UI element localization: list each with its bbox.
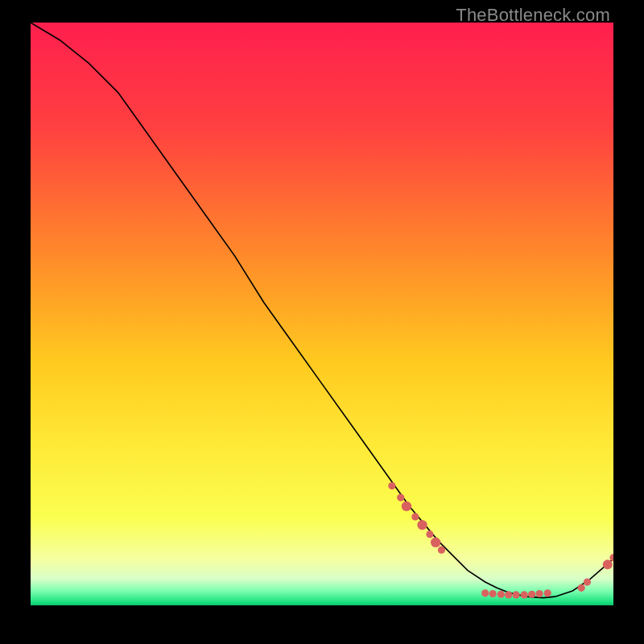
line-series-curve [31, 23, 613, 598]
marker-dot [402, 502, 411, 511]
marker-dot [426, 530, 433, 538]
chart-overlay [31, 23, 613, 605]
plot-area [31, 23, 613, 605]
marker-dot [512, 591, 519, 598]
marker-dot [388, 482, 395, 489]
marker-dot [584, 578, 591, 585]
marker-dot [505, 591, 512, 598]
marker-dot [603, 559, 613, 569]
marker-dot [481, 589, 489, 597]
marker-dot [578, 584, 585, 592]
marker-dot [544, 589, 551, 597]
marker-dot [431, 538, 440, 547]
marker-dot [497, 591, 505, 598]
marker-dot [411, 513, 419, 520]
marker-dot [535, 590, 543, 597]
marker-dot [609, 554, 613, 561]
marker-dot [438, 547, 445, 554]
marker-dot [397, 493, 404, 501]
marker-dot [417, 520, 427, 530]
chart-stage: TheBottleneck.com [0, 0, 644, 644]
scatter-markers [388, 482, 613, 599]
marker-dot [528, 591, 535, 598]
marker-dot [521, 591, 528, 598]
marker-dot [489, 590, 497, 597]
